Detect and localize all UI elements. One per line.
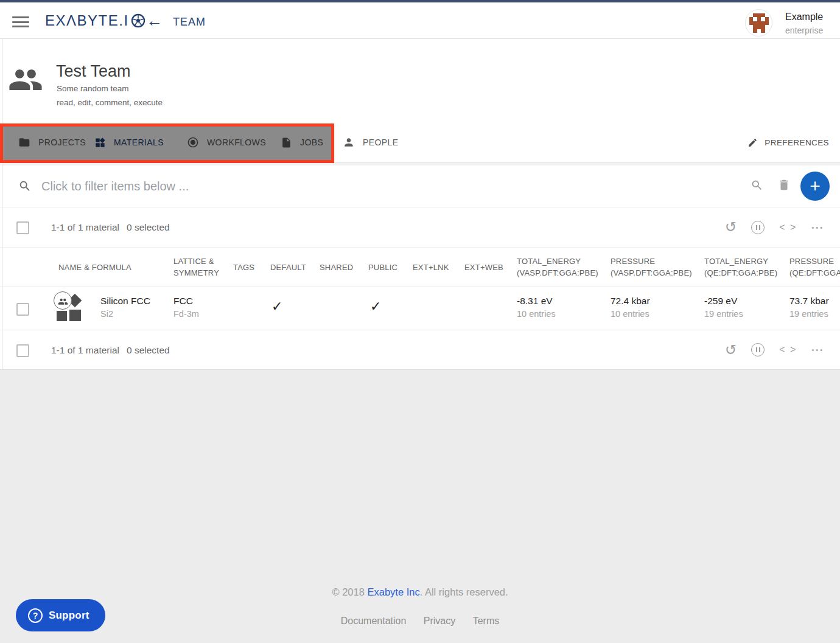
lattice-value: FCC	[173, 296, 199, 307]
page-background: © 2018 Exabyte Inc. All rights reserved.…	[0, 369, 840, 643]
material-formula: Si2	[100, 309, 150, 319]
table-row[interactable]: Silicon FCC Si2 FCC Fd-3m ✓ ✓ -8.31 eV 1…	[0, 286, 840, 330]
column-header-shared[interactable]: SHARED	[320, 248, 353, 287]
column-header-ext-lnk[interactable]: EXT+LNK	[413, 248, 449, 287]
tab-bar: PROJECTS MATERIALS WORKFLOWS JOBS PEOPLE	[0, 122, 840, 163]
team-permissions: read, edit, comment, execute	[57, 98, 163, 107]
account-plan: enterprise	[785, 26, 823, 35]
select-all-checkbox[interactable]	[16, 221, 29, 234]
account-name: Example	[785, 12, 823, 23]
widgets-square-shape	[69, 310, 81, 321]
pagination-selected: 0 selected	[127, 222, 170, 233]
more-options-icon[interactable]: •••	[811, 346, 824, 353]
identicon-image	[749, 13, 769, 33]
column-header-total-energy-vasp[interactable]: TOTAL_ENERGY(VASP.DFT:GGA:PBE)	[517, 248, 598, 287]
footer-links: Documentation Privacy Terms	[0, 616, 840, 627]
pagination-bar-top: 1-1 of 1 material 0 selected ↺ < > •••	[0, 207, 840, 247]
page: EXΛBYTE.I ← TEAM Example enterprise	[0, 0, 840, 643]
material-icon	[54, 291, 84, 325]
column-header-public[interactable]: PUBLIC	[368, 248, 397, 287]
pagination-range: 1-1 of 1 material	[51, 345, 119, 356]
cell-pressure-qe: 73.7 kbar 19 entries	[789, 296, 829, 319]
row-checkbox[interactable]	[16, 303, 29, 316]
refresh-icon[interactable]: ↺	[725, 343, 737, 357]
person-icon	[343, 136, 355, 148]
active-tab-underline	[85, 161, 173, 162]
soccer-ball-icon	[130, 13, 146, 29]
content-left-border	[2, 39, 2, 369]
terms-link[interactable]: Terms	[473, 616, 500, 626]
company-link[interactable]: Exabyte Inc	[367, 586, 419, 597]
table-header: NAME & FORMULA LATTICE &SYMMETRY TAGS DE…	[0, 247, 840, 286]
pagination-selected: 0 selected	[127, 345, 170, 356]
preferences-button[interactable]: PREFERENCES	[747, 122, 829, 163]
select-all-checkbox[interactable]	[16, 344, 29, 357]
pause-icon[interactable]	[751, 343, 765, 356]
column-header-default[interactable]: DEFAULT	[270, 248, 306, 287]
tab-label: JOBS	[300, 137, 323, 147]
code-icon[interactable]: < >	[779, 222, 797, 233]
widgets-square-shape	[57, 311, 67, 321]
tab-label: PROJECTS	[38, 137, 86, 147]
more-options-icon[interactable]: •••	[811, 224, 824, 231]
back-arrow-icon[interactable]: ←	[146, 11, 163, 30]
tab-projects[interactable]: PROJECTS	[18, 122, 86, 163]
support-button[interactable]: ? Support	[16, 599, 105, 631]
brand-logo-text: EXΛBYTE.I	[45, 12, 129, 29]
page-title: TEAM	[173, 16, 206, 29]
account-avatar[interactable]	[745, 9, 772, 36]
filter-bar: +	[0, 165, 840, 207]
radio-checked-icon	[187, 136, 199, 148]
trash-icon[interactable]	[777, 178, 791, 194]
tab-jobs[interactable]: JOBS	[281, 122, 323, 163]
cell-total-energy-vasp: -8.31 eV 10 entries	[517, 296, 556, 319]
pagination-bar-bottom: 1-1 of 1 material 0 selected ↺ < > •••	[0, 330, 840, 369]
folder-icon	[18, 136, 30, 148]
public-check-icon: ✓	[370, 299, 381, 315]
cell-lattice-symmetry: FCC Fd-3m	[173, 296, 199, 319]
search-icon[interactable]	[751, 179, 763, 194]
team-section: Test Team Some random team read, edit, c…	[0, 39, 840, 122]
column-header-tags[interactable]: TAGS	[233, 248, 254, 287]
column-header-ext-web[interactable]: EXT+WEB	[464, 248, 503, 287]
default-check-icon: ✓	[271, 299, 282, 315]
code-icon[interactable]: < >	[779, 344, 797, 355]
symmetry-value: Fd-3m	[173, 309, 199, 319]
column-header-lattice[interactable]: LATTICE &SYMMETRY	[173, 248, 219, 287]
pagination-range: 1-1 of 1 material	[51, 222, 119, 233]
column-header-name[interactable]: NAME & FORMULA	[58, 248, 131, 287]
search-icon	[18, 179, 32, 195]
widgets-icon	[94, 137, 106, 148]
add-button[interactable]: +	[800, 172, 830, 201]
cell-name-formula: Silicon FCC Si2	[100, 296, 150, 319]
column-header-pressure-qe[interactable]: PRESSURE(QE:DFT:GGA:	[789, 248, 840, 287]
refresh-icon[interactable]: ↺	[725, 220, 737, 234]
tab-label: PEOPLE	[363, 137, 398, 147]
file-icon	[281, 137, 292, 148]
cell-total-energy-qe: -259 eV 19 entries	[704, 296, 743, 319]
pause-icon[interactable]	[751, 221, 765, 234]
tab-workflows[interactable]: WORKFLOWS	[187, 122, 266, 163]
tab-people[interactable]: PEOPLE	[343, 122, 398, 163]
copyright-text: © 2018 Exabyte Inc. All rights reserved.	[0, 586, 840, 598]
question-mark-icon: ?	[28, 608, 43, 623]
filter-input[interactable]	[41, 174, 650, 198]
cell-pressure-vasp: 72.4 kbar 10 entries	[611, 296, 650, 319]
column-header-pressure-vasp[interactable]: PRESSURE(VASP.DFT:GGA:PBE)	[611, 248, 692, 287]
preferences-label: PREFERENCES	[765, 138, 829, 147]
team-group-icon	[8, 62, 43, 92]
material-name: Silicon FCC	[100, 296, 150, 307]
team-description: Some random team	[57, 84, 129, 93]
brand-logo[interactable]: EXΛBYTE.I	[45, 12, 146, 29]
team-name: Test Team	[56, 62, 131, 81]
tab-label: MATERIALS	[114, 137, 164, 147]
support-label: Support	[49, 610, 89, 622]
pencil-icon	[747, 137, 758, 148]
hamburger-menu-icon[interactable]	[12, 16, 29, 27]
tab-label: WORKFLOWS	[207, 137, 266, 147]
column-header-total-energy-qe[interactable]: TOTAL_ENERGY(QE:DFT:GGA:PBE)	[704, 248, 777, 287]
documentation-link[interactable]: Documentation	[341, 616, 407, 626]
tab-materials[interactable]: MATERIALS	[94, 122, 164, 163]
privacy-link[interactable]: Privacy	[424, 616, 455, 626]
team-badge-icon	[54, 291, 72, 310]
